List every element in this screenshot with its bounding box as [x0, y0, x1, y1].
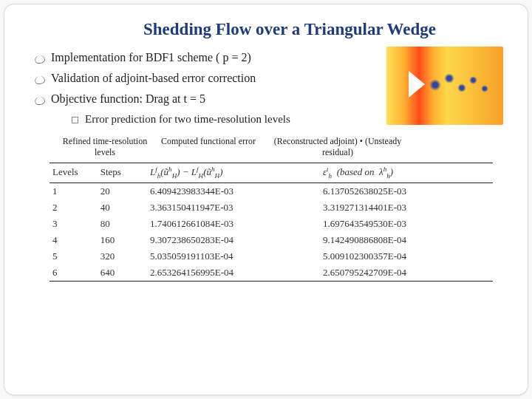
- error-table: Levels Steps Lfh(ũhH) − LfH(ũhH) εth (ba…: [50, 163, 493, 282]
- table-cell: 3: [50, 216, 98, 232]
- table-row: 53205.035059191103E-045.009102300357E-04: [50, 248, 493, 265]
- th-levels: Levels: [50, 163, 98, 183]
- table-cell: 5.009102300357E-04: [320, 248, 493, 265]
- table-cell: 5.035059191103E-04: [147, 248, 320, 265]
- table-cell: 2.650795242709E-04: [320, 265, 493, 282]
- bullet-item: Implementation for BDF1 scheme ( p = 2): [35, 51, 508, 64]
- table-cell: 20: [98, 183, 147, 200]
- table-cell: 3.319271314401E-03: [320, 200, 493, 216]
- table-cell: 1.697643549530E-03: [320, 216, 493, 232]
- table-row: 3801.740612661084E-031.697643549530E-03: [50, 216, 493, 232]
- table-cell: 9.307238650283E-04: [147, 232, 320, 248]
- column-annotations: Refined time-resolution levels Computed …: [57, 136, 485, 158]
- col-anno-3: (Reconstructed adjoint) • (Unsteady resi…: [264, 136, 412, 158]
- content-area: Implementation for BDF1 scheme ( p = 2) …: [35, 51, 508, 282]
- table-cell: 80: [98, 216, 147, 232]
- table-cell: 2.653264156995E-04: [147, 265, 320, 282]
- bullet-text: Implementation for BDF1 scheme ( p = 2): [51, 51, 251, 64]
- table-cell: 2: [50, 200, 98, 216]
- table-cell: 40: [98, 200, 147, 216]
- table-cell: 160: [98, 232, 147, 248]
- col-anno-2: Computed functional error: [153, 136, 264, 158]
- table-row: 66402.653264156995E-042.650795242709E-04: [50, 265, 493, 282]
- th-epsilon: εth (based on λhh): [320, 163, 493, 183]
- bullet-text: Validation of adjoint-based error correc…: [51, 72, 256, 84]
- table-cell: 6.137052638025E-03: [320, 183, 493, 200]
- table-cell: 9.142490886808E-04: [320, 232, 493, 248]
- table-cell: 640: [98, 265, 147, 282]
- th-steps: Steps: [98, 163, 147, 183]
- vortex-icon: [481, 85, 488, 92]
- table-cell: 320: [98, 248, 147, 265]
- table-cell: 1.740612661084E-03: [147, 216, 320, 232]
- table-cell: 6.409423983344E-03: [147, 183, 320, 200]
- table-cell: 3.363150411947E-03: [147, 200, 320, 216]
- table-cell: 1: [50, 183, 98, 200]
- slide-card: Shedding Flow over a Triangular Wedge Im…: [4, 4, 528, 395]
- table-row: 2403.363150411947E-033.319271314401E-03: [50, 200, 493, 216]
- col-anno-1: Refined time-resolution levels: [57, 136, 153, 158]
- table-cell: 5: [50, 248, 98, 265]
- bullet-item: Objective function: Drag at t = 5 Error …: [35, 92, 508, 126]
- table-cell: 6: [50, 265, 98, 282]
- th-functional-error: Lfh(ũhH) − LfH(ũhH): [147, 163, 320, 183]
- bullet-item: Validation of adjoint-based error correc…: [35, 72, 508, 85]
- slide-title: Shedding Flow over a Triangular Wedge: [72, 20, 508, 39]
- bullet-text: Objective function: Drag at t = 5: [51, 92, 205, 105]
- table-cell: 4: [50, 232, 98, 248]
- table-row: 1206.409423983344E-036.137052638025E-03: [50, 183, 493, 200]
- sub-bullet-item: Error prediction for two time-resolution…: [72, 113, 508, 126]
- table-row: 41609.307238650283E-049.142490886808E-04: [50, 232, 493, 248]
- error-table-wrap: Levels Steps Lfh(ũhH) − LfH(ũhH) εth (ba…: [50, 163, 493, 282]
- sub-bullet-text: Error prediction for two time-resolution…: [85, 113, 290, 125]
